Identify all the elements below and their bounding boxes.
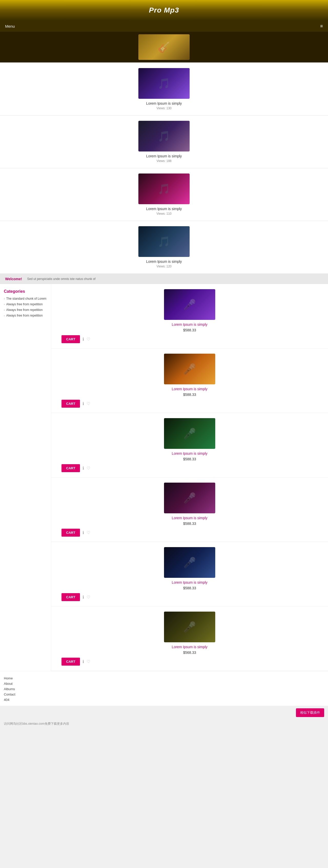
chevron-icon-2: › [4,309,5,311]
heart-icon-3[interactable]: ♡ [87,530,90,535]
categories-title: Categories [4,289,47,294]
cart-button-3[interactable]: CART [61,529,80,537]
menu-button[interactable]: Menu [5,24,15,28]
footer-nav: HomeAboutAlbumsContact404 [0,671,328,706]
sidebar-item-label-0: The standard chunk of Lorem [6,297,46,301]
products-area: 🎤 Lorem Ipsum is simply $588.33 CART ℹ ♡… [51,284,328,671]
site-title: Pro Mp3 [149,6,179,14]
card-title-0: Lorem Ipsum is simply [146,101,182,105]
footer-link-3[interactable]: Contact [4,692,324,696]
product-image-3[interactable]: 🎤 [164,483,215,513]
welcome-label: Welcome! [5,277,22,281]
product-silhouette-5: 🎤 [164,612,215,642]
product-title-4[interactable]: Lorem Ipsum is simply [172,580,207,585]
product-title-0[interactable]: Lorem Ipsum is simply [172,322,207,327]
sidebar-items: › The standard chunk of Lorem › Always f… [4,297,47,317]
product-actions-3: CART ℹ ♡ [61,529,90,537]
featured-card-3: 🎵 Lorem Ipsum is simply Views: 120 [0,221,328,273]
card-silhouette-3: 🎵 [138,226,190,257]
cart-button-5[interactable]: CART [61,658,80,665]
card-image-3[interactable]: 🎵 [138,226,190,257]
card-image-0[interactable]: 🎵 [138,68,190,99]
products-list: 🎤 Lorem Ipsum is simply $588.33 CART ℹ ♡… [51,284,328,671]
info-icon-2[interactable]: ℹ [83,466,84,471]
watermark-text: 访问网鸟社区bbs.xieniao.com免费下载更多内容 [4,722,69,725]
info-icon-0[interactable]: ℹ [83,337,84,342]
sidebar-item-0[interactable]: › The standard chunk of Lorem [4,297,47,301]
product-image-5[interactable]: 🎤 [164,612,215,642]
product-image-2[interactable]: 🎤 [164,418,215,449]
product-title-1[interactable]: Lorem Ipsum is simply [172,387,207,391]
featured-card-0: 🎵 Lorem Ipsum is simply Views: 130 [0,63,328,115]
featured-card-2: 🎵 Lorem Ipsum is simply Views: 110 [0,168,328,221]
cart-button-4[interactable]: CART [61,593,80,601]
card-title-1: Lorem Ipsum is simply [146,154,182,158]
hero-silhouette: 🎸 [138,34,190,60]
footer-link-2[interactable]: Albums [4,687,324,691]
chevron-icon-1: › [4,303,5,306]
card-title-2: Lorem Ipsum is simply [146,207,182,211]
product-price-5: $568.33 [183,650,196,655]
footer-links: HomeAboutAlbumsContact404 [4,676,324,702]
heart-icon-4[interactable]: ♡ [87,595,90,599]
product-actions-2: CART ℹ ♡ [61,464,90,472]
download-button[interactable]: 相似下载插件 [296,708,324,717]
sidebar-item-label-2: Always free from repetition [6,308,43,312]
sidebar-item-label-3: Always free from repetition [6,314,43,317]
product-item-3: 🎤 Lorem Ipsum is simply $588.33 CART ℹ ♡ [51,477,328,542]
product-title-2[interactable]: Lorem Ipsum is simply [172,452,207,456]
chevron-icon-3: › [4,314,5,317]
product-image-4[interactable]: 🎤 [164,547,215,578]
footer-link-0[interactable]: Home [4,676,324,680]
product-price-4: $588.33 [183,586,196,590]
info-icon-1[interactable]: ℹ [83,401,84,406]
product-silhouette-1: 🎤 [164,354,215,384]
footer-link-4[interactable]: 404 [4,698,324,702]
product-price-3: $588.33 [183,522,196,526]
product-title-5[interactable]: Lorem Ipsum is simply [172,645,207,649]
card-image-2[interactable]: 🎵 [138,174,190,204]
sidebar-item-label-1: Always free from repetition [6,303,43,306]
product-item-4: 🎤 Lorem Ipsum is simply $588.33 CART ℹ ♡ [51,542,328,607]
heart-icon-1[interactable]: ♡ [87,401,90,406]
info-icon-4[interactable]: ℹ [83,595,84,599]
product-image-1[interactable]: 🎤 [164,354,215,384]
product-actions-0: CART ℹ ♡ [61,335,90,343]
product-item-5: 🎤 Lorem Ipsum is simply $568.33 CART ℹ ♡ [51,607,328,671]
hero-image: 🎸 [138,34,190,60]
sidebar-item-1[interactable]: › Always free from repetition [4,303,47,306]
product-image-0[interactable]: 🎤 [164,289,215,320]
cart-button-2[interactable]: CART [61,464,80,472]
heart-icon-2[interactable]: ♡ [87,466,90,471]
cart-button-0[interactable]: CART [61,335,80,343]
cart-button-1[interactable]: CART [61,400,80,408]
info-icon-5[interactable]: ℹ [83,659,84,664]
card-views-2: Views: 110 [157,212,171,215]
card-silhouette-0: 🎵 [138,68,190,99]
product-actions-4: CART ℹ ♡ [61,593,90,601]
product-title-3[interactable]: Lorem Ipsum is simply [172,516,207,520]
heart-icon-5[interactable]: ♡ [87,659,90,664]
chevron-icon-0: › [4,297,5,300]
welcome-banner: Welcome! Sed ut perspiciatis unde omnis … [0,274,328,284]
footer-link-1[interactable]: About [4,682,324,686]
download-bar: 相似下载插件 [0,706,328,720]
hamburger-icon[interactable]: ≡ [320,24,323,29]
product-item-1: 🎤 Lorem Ipsum is simply $588.33 CART ℹ ♡ [51,348,328,413]
watermark: 访问网鸟社区bbs.xieniao.com免费下载更多内容 [0,720,328,728]
card-silhouette-1: 🎵 [138,121,190,152]
product-silhouette-2: 🎤 [164,418,215,449]
sidebar: Categories › The standard chunk of Lorem… [0,284,51,671]
product-price-1: $588.33 [183,393,196,397]
product-price-0: $588.33 [183,328,196,332]
product-actions-5: CART ℹ ♡ [61,658,90,665]
card-views-1: Views: 188 [157,159,171,163]
product-silhouette-0: 🎤 [164,289,215,320]
sidebar-item-3[interactable]: › Always free from repetition [4,314,47,317]
card-views-3: Views: 120 [157,265,171,268]
heart-icon-0[interactable]: ♡ [87,337,90,342]
card-image-1[interactable]: 🎵 [138,121,190,152]
product-price-2: $588.33 [183,457,196,461]
info-icon-3[interactable]: ℹ [83,530,84,535]
sidebar-item-2[interactable]: › Always free from repetition [4,308,47,312]
